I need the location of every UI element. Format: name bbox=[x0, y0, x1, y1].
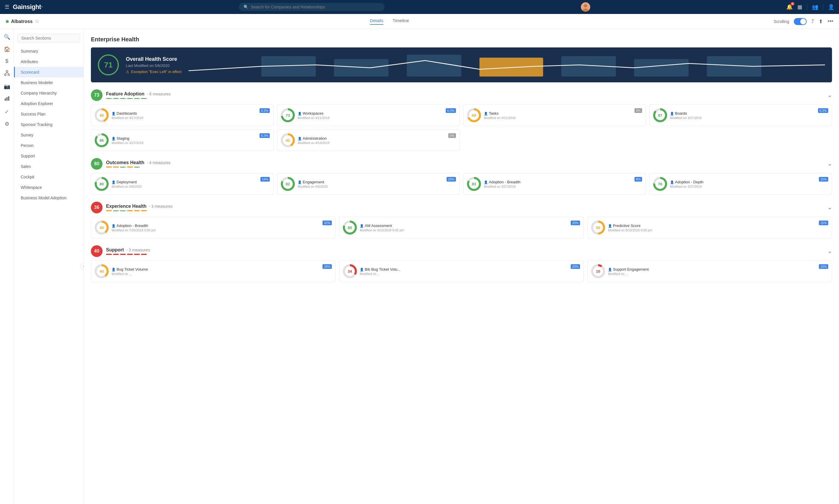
measure-card[interactable]: 40👤Adoption - BreadthModified on 7/26/20… bbox=[91, 217, 336, 238]
section-expand-button[interactable]: ⌄ bbox=[828, 92, 832, 98]
notifications-icon[interactable]: 🔔 9 bbox=[786, 4, 793, 10]
search-sections-input[interactable] bbox=[17, 34, 80, 42]
measure-card[interactable]: 42👤AdministrationModified on 4/16/20190% bbox=[277, 129, 460, 151]
dashboard-icon[interactable]: ▦ bbox=[797, 4, 802, 10]
tab-timeline[interactable]: Timeline bbox=[393, 18, 409, 25]
measure-score-inner: 69 bbox=[469, 110, 479, 120]
measure-info-block: 👤DashboardsModified on 4/17/2019 bbox=[112, 111, 257, 120]
dash-item bbox=[113, 210, 119, 211]
measure-card[interactable]: 86👤StagingModified on 3/27/20196.3% bbox=[91, 129, 274, 151]
sidebar-dollar-icon[interactable]: $ bbox=[5, 58, 8, 64]
search-input[interactable] bbox=[251, 5, 380, 9]
dash-item bbox=[141, 98, 147, 99]
svg-line-7 bbox=[7, 72, 9, 74]
measure-info-block: 👤StagingModified on 3/27/2019 bbox=[112, 136, 257, 145]
section-score-circle: 73 bbox=[91, 89, 103, 101]
notification-badge: 9 bbox=[791, 2, 794, 5]
measure-date-text: Modified on 4/11/2019 bbox=[484, 116, 632, 120]
user-groups-icon[interactable]: 👥 bbox=[812, 4, 818, 10]
health-score-label: Overall Health Score bbox=[126, 56, 182, 62]
measure-date-text: Modified on 5/6/2020 bbox=[298, 185, 444, 188]
avatar[interactable] bbox=[581, 2, 590, 12]
dash-item bbox=[127, 166, 133, 168]
sidebar-home-icon[interactable]: 🏠 bbox=[4, 46, 10, 52]
sidebar-search-icon[interactable]: 🔍 bbox=[4, 34, 10, 40]
sidebar-item-whitespace[interactable]: Whitespace bbox=[14, 182, 84, 193]
measure-score-inner: 34 bbox=[345, 266, 355, 276]
measure-percentage-badge: 0% bbox=[448, 133, 456, 138]
section-dashes bbox=[106, 210, 172, 211]
sidebar-item-business-modeler[interactable]: Business Modeler bbox=[14, 77, 84, 88]
measure-card[interactable]: 45👤DashboardsModified on 4/17/20196.3% bbox=[91, 105, 274, 126]
measure-score-inner: 45 bbox=[97, 110, 107, 120]
measure-card[interactable]: 87👤BoardsModified on 3/27/20196.3% bbox=[649, 105, 832, 126]
global-search[interactable]: 🔍 bbox=[239, 3, 384, 11]
measure-name-text: 👤Adoption - Breadth bbox=[484, 180, 632, 184]
measure-card[interactable]: 10👤Support EngagementModified on ...10% bbox=[587, 260, 832, 282]
sidebar-camera-icon[interactable]: 📷 bbox=[4, 83, 10, 90]
sidebar-item-sales[interactable]: Sales bbox=[14, 161, 84, 172]
sidebar-item-support[interactable]: Support bbox=[14, 151, 84, 161]
section-measures-label: - 3 measures bbox=[126, 248, 150, 252]
sidebar-check-icon[interactable]: ✓ bbox=[5, 109, 9, 115]
measure-card[interactable]: 80👤AM AssessmentModified on 9/10/2018 6:… bbox=[339, 217, 584, 238]
favorite-star-icon[interactable]: ☆ bbox=[35, 19, 39, 24]
svg-point-4 bbox=[4, 74, 6, 76]
measure-card[interactable]: 50👤Predictive ScoreModified on 9/10/2018… bbox=[587, 217, 832, 238]
measure-donut: 73 bbox=[281, 108, 295, 122]
measure-info-block: 👤DeploymentModified on 5/6/2020 bbox=[112, 180, 258, 188]
sidebar-chart-icon[interactable] bbox=[4, 95, 10, 103]
warning-icon: ⚠ bbox=[126, 70, 129, 74]
sidebar-item-sponsor-tracking[interactable]: Sponsor Tracking bbox=[14, 119, 84, 130]
health-chart bbox=[188, 53, 825, 76]
sidebar-item-person[interactable]: Person bbox=[14, 140, 84, 151]
measure-score-inner: 87 bbox=[655, 110, 665, 120]
dash-item bbox=[141, 210, 147, 211]
scrolling-toggle[interactable] bbox=[794, 18, 807, 25]
section-measures-label: - 6 measures bbox=[147, 92, 171, 96]
measure-card[interactable]: 83👤Adoption - BreadthModified on 3/27/20… bbox=[463, 173, 646, 195]
measure-date-text: Modified on 4/11/2019 bbox=[298, 116, 443, 120]
measure-info-block: 👤Adoption - BreadthModified on 7/26/2018… bbox=[112, 223, 320, 232]
measure-name-text: 👤Bug Ticket Volume bbox=[112, 267, 320, 271]
measure-card[interactable]: 69👤TasksModified on 4/11/20190% bbox=[463, 105, 646, 126]
section-feature_adoption: 73Feature Adoption- 6 measures⌄45👤Dashbo… bbox=[91, 89, 832, 151]
sidebar-item-attributes[interactable]: Attributes bbox=[14, 56, 84, 67]
sidebar-item-cockpit[interactable]: Cockpit bbox=[14, 172, 84, 182]
measure-card[interactable]: 40👤Bug Ticket VolumeModified on ...28% bbox=[91, 260, 336, 282]
dash-item bbox=[134, 166, 140, 168]
sidebar-gear-icon[interactable]: ⚙ bbox=[5, 121, 9, 127]
health-info-block: Overall Health Score Last Modified on 5/… bbox=[126, 56, 182, 74]
section-expand-button[interactable]: ⌄ bbox=[828, 161, 832, 167]
more-options-icon[interactable]: ••• bbox=[828, 18, 833, 24]
sidebar-item-summary[interactable]: Summary bbox=[14, 46, 84, 56]
company-name-section: Albatross ☆ bbox=[6, 19, 39, 24]
share-icon[interactable]: ⤴ bbox=[811, 18, 814, 24]
measure-card[interactable]: 73👤WorkspacesModified on 4/11/20196.3% bbox=[277, 105, 460, 126]
tab-details[interactable]: Details bbox=[370, 18, 383, 25]
svg-point-1 bbox=[584, 4, 587, 7]
profile-icon[interactable]: 👤 bbox=[828, 4, 834, 10]
measure-percentage-badge: 15% bbox=[819, 220, 828, 225]
measure-percentage-badge: 20% bbox=[447, 177, 456, 182]
main-tabs: Details Timeline bbox=[370, 18, 409, 25]
sidebar-item-success-plan[interactable]: Success Plan bbox=[14, 109, 84, 119]
sidebar-item-adoption-explorer[interactable]: Adoption Explorer bbox=[14, 98, 84, 109]
sidebar-item-company-hierarchy[interactable]: Company Hierarchy bbox=[14, 88, 84, 98]
measure-card[interactable]: 80👤DeploymentModified on 5/6/202014% bbox=[91, 173, 274, 195]
collapse-sidebar-button[interactable]: ‹ bbox=[80, 263, 84, 270]
measure-card[interactable]: 34👤Bib Bug Ticket Volu...Modified on ...… bbox=[339, 260, 584, 282]
export-icon[interactable]: ⬆ bbox=[819, 18, 823, 25]
section-expand-button[interactable]: ⌄ bbox=[828, 248, 832, 254]
measure-date-text: Modified on 9/10/2018 6:00 pm bbox=[360, 229, 568, 232]
section-expand-button[interactable]: ⌄ bbox=[828, 204, 832, 211]
measure-card[interactable]: 76👤Adoption - DepthModified on 3/27/2019… bbox=[649, 173, 832, 195]
menu-icon[interactable]: ☰ bbox=[5, 4, 9, 10]
sidebar-item-business-model-adoption[interactable]: Business Model Adoption bbox=[14, 193, 84, 203]
measure-name-text: 👤Engagement bbox=[298, 180, 444, 184]
section-measures-label: - 3 measures bbox=[149, 204, 173, 209]
measure-card[interactable]: 82👤EngagementModified on 5/6/202020% bbox=[277, 173, 460, 195]
sidebar-item-scorecard[interactable]: Scorecard bbox=[14, 67, 84, 77]
sidebar-item-survey[interactable]: Survey bbox=[14, 130, 84, 140]
sidebar-network-icon[interactable] bbox=[4, 70, 10, 77]
